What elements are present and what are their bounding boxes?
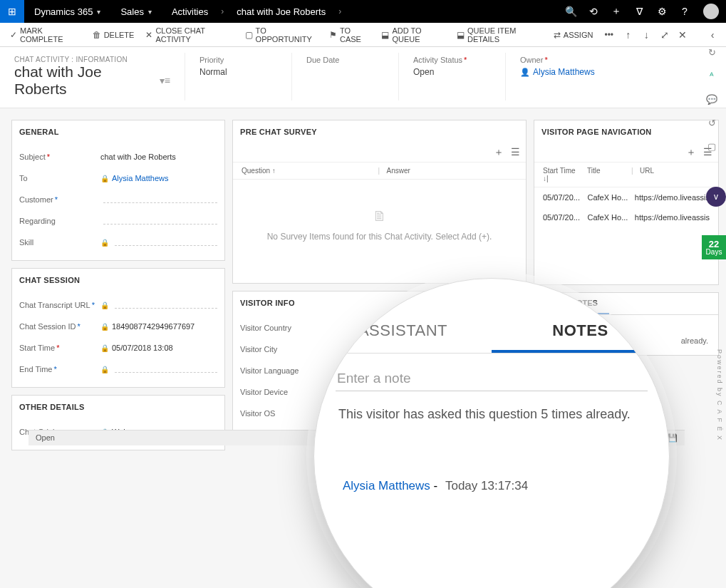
- breadcrumb-record[interactable]: chat with Joe Roberts: [227, 0, 336, 23]
- person-icon[interactable]: ᴬ: [710, 71, 714, 81]
- chat-session-header: CHAT SESSION: [12, 269, 224, 292]
- page-title: chat with Joe Roberts▾≡: [14, 63, 170, 98]
- document-icon: 🗎: [246, 208, 513, 225]
- chat-icon[interactable]: 💬: [706, 94, 717, 105]
- survey-empty-state: 🗎 No Survey Items found for this Chat Ac…: [233, 180, 526, 270]
- end-time-label: End Time*: [19, 365, 100, 373]
- note-author-link[interactable]: Alysia Matthews: [343, 479, 430, 492]
- footer-status: Open: [36, 433, 55, 443]
- owner-link[interactable]: Alysia Matthews: [533, 67, 595, 77]
- chevron-down-icon: ▾: [148, 8, 152, 16]
- lock-icon: 🔒: [100, 344, 109, 352]
- nav-down-button[interactable]: ↓: [638, 29, 656, 41]
- activity-status-label: Activity Status*: [413, 56, 491, 64]
- lock-icon: 🔒: [100, 366, 109, 373]
- details-icon: ⬓: [457, 30, 465, 40]
- panel-icon[interactable]: ▢: [707, 141, 716, 152]
- breadcrumb-separator: ›: [218, 6, 227, 16]
- days-remaining-badge[interactable]: 22Days: [702, 235, 726, 259]
- loop-icon[interactable]: ↺: [708, 118, 716, 128]
- start-time-value: 05/07/2018 13:08: [112, 344, 217, 352]
- title-menu-icon[interactable]: ▾≡: [160, 75, 170, 86]
- survey-col-question[interactable]: Question ↑: [239, 165, 375, 176]
- collapse-pane-button[interactable]: ‹: [703, 29, 722, 41]
- subject-label: Subject*: [19, 153, 100, 161]
- area-menu[interactable]: Sales▾: [110, 0, 162, 23]
- add-to-queue-button[interactable]: ⬓ADD TO QUEUE: [375, 23, 451, 47]
- note-time: Today 13:17:34: [445, 479, 528, 492]
- global-nav: ⊞ Dynamics 365▾ Sales▾ Activities › chat…: [0, 0, 726, 23]
- priority-label: Priority: [199, 56, 277, 64]
- opportunity-icon: ▢: [245, 30, 253, 40]
- queue-item-details-button[interactable]: ⬓QUEUE ITEM DETAILS: [451, 23, 548, 47]
- lock-icon: 🔒: [100, 175, 109, 182]
- note-input[interactable]: Enter a note: [336, 366, 648, 391]
- refresh-icon[interactable]: ↻: [708, 47, 716, 58]
- breadcrumb-separator: ›: [336, 6, 344, 16]
- nav-up-button[interactable]: ↑: [619, 29, 638, 41]
- to-link[interactable]: Alysia Matthews: [112, 174, 168, 182]
- priority-value[interactable]: Normal: [199, 67, 277, 77]
- customer-label: Customer*: [19, 195, 100, 204]
- user-avatar[interactable]: [703, 4, 719, 19]
- to-case-button[interactable]: ⚑TO CASE: [323, 23, 375, 47]
- add-nav-item-button[interactable]: ＋: [686, 146, 696, 159]
- app-launcher-icon[interactable]: ⊞: [0, 0, 24, 23]
- breadcrumb-activities[interactable]: Activities: [162, 0, 218, 23]
- close-activity-button[interactable]: ✕CLOSE CHAT ACTIVITY: [140, 23, 239, 47]
- powered-by-cafex: Powered by C A F É X: [716, 349, 723, 441]
- to-opportunity-button[interactable]: ▢TO OPPORTUNITY: [239, 23, 323, 47]
- general-header: GENERAL: [12, 120, 224, 143]
- recent-icon[interactable]: ⟲: [582, 0, 605, 23]
- visitor-nav-card: VISITOR PAGE NAVIGATION ＋☰ Start Time ↓|…: [534, 120, 719, 285]
- x-icon: ✕: [145, 30, 152, 40]
- visitor-nav-header: VISITOR PAGE NAVIGATION: [534, 120, 718, 143]
- to-label: To: [19, 174, 100, 182]
- table-row[interactable]: 05/07/20... CafeX Ho... https://demo.liv…: [534, 207, 718, 227]
- pre-chat-survey-card: PRE CHAT SURVEY ＋☰ Question ↑ | Answer 🗎…: [232, 120, 527, 284]
- visitor-device-label: Visitor Device: [240, 388, 321, 396]
- popout-button[interactable]: ⤢: [655, 29, 674, 41]
- transcript-url-field[interactable]: [115, 301, 217, 309]
- lock-icon: 🔒: [100, 301, 109, 309]
- general-card: GENERAL Subject*chat with Joe Roberts To…: [11, 120, 225, 261]
- search-icon[interactable]: 🔍: [559, 0, 582, 23]
- overflow-button[interactable]: •••: [598, 23, 619, 47]
- assign-button[interactable]: ⇄ASSIGN: [548, 23, 599, 47]
- due-date-label: Due Date: [306, 56, 384, 64]
- skill-field[interactable]: [115, 239, 217, 246]
- nav-col-url[interactable]: URL: [637, 165, 712, 184]
- nav-col-time[interactable]: Start Time ↓|: [540, 165, 584, 184]
- add-survey-item-button[interactable]: ＋: [494, 146, 504, 159]
- brand-menu[interactable]: Dynamics 365▾: [24, 0, 110, 23]
- activity-status-value[interactable]: Open: [413, 67, 491, 77]
- skill-label: Skill: [19, 238, 100, 247]
- start-time-label: Start Time*: [19, 344, 100, 352]
- right-rail: ↻ ᴬ 💬 ↺ ▢: [703, 47, 720, 152]
- trash-icon: 🗑: [93, 30, 101, 40]
- visitor-language-label: Visitor Language: [240, 366, 321, 375]
- delete-button[interactable]: 🗑DELETE: [87, 23, 140, 47]
- table-row[interactable]: 05/07/20... CafeX Ho... https://demo.liv…: [534, 187, 718, 207]
- nav-col-title[interactable]: Title: [584, 165, 628, 184]
- regarding-label: Regarding: [19, 217, 100, 225]
- survey-grid-menu-button[interactable]: ☰: [511, 146, 520, 159]
- side-widget-badge[interactable]: v: [706, 187, 726, 207]
- regarding-field[interactable]: [103, 217, 217, 225]
- customer-field[interactable]: [103, 196, 217, 203]
- note-meta: Alysia Matthews - Today 13:17:34: [343, 479, 669, 493]
- chat-session-card: CHAT SESSION Chat Transcript URL*🔒 Chat …: [11, 268, 225, 388]
- subject-value[interactable]: chat with Joe Roberts: [100, 153, 217, 161]
- end-time-field[interactable]: [115, 366, 217, 373]
- mark-complete-button[interactable]: ✓MARK COMPLETE: [4, 23, 87, 47]
- queue-icon: ⬓: [381, 30, 389, 40]
- lock-icon: 🔒: [100, 239, 109, 247]
- filter-icon[interactable]: ∇: [628, 0, 650, 23]
- close-button[interactable]: ✕: [674, 29, 693, 41]
- new-icon[interactable]: ＋: [605, 0, 628, 23]
- session-id-label: Chat Session ID*: [19, 322, 100, 331]
- check-icon: ✓: [10, 30, 17, 40]
- settings-icon[interactable]: ⚙: [650, 0, 673, 23]
- survey-col-answer[interactable]: Answer: [384, 165, 521, 176]
- help-icon[interactable]: ?: [673, 0, 696, 23]
